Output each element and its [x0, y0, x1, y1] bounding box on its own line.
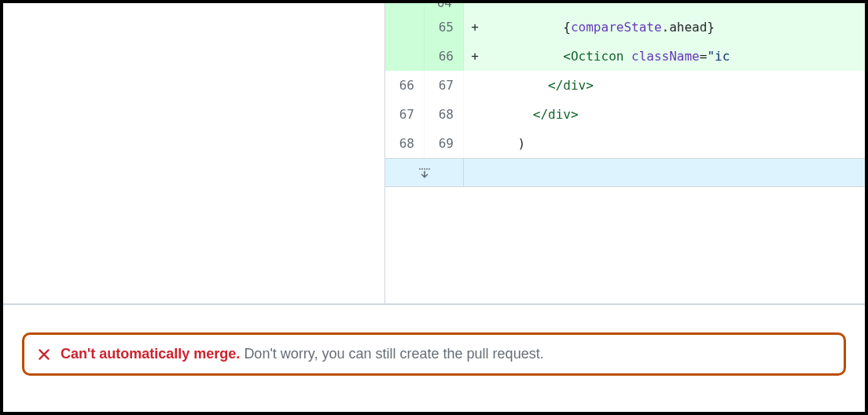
diff-marker: + — [464, 13, 486, 42]
diff-row-added: 65+ {compareState.ahead} — [385, 13, 865, 42]
code-content — [486, 3, 487, 13]
diff-row-added: 66+ <Octicon className="ic — [385, 42, 865, 71]
svg-point-3 — [426, 168, 428, 170]
line-number-old — [385, 3, 425, 13]
line-number-new: 66 — [425, 42, 464, 71]
diff-row-context: 6667 </div> — [385, 71, 865, 100]
expand-down-icon — [418, 167, 431, 179]
x-icon — [37, 347, 51, 362]
diff-marker — [464, 129, 486, 158]
expand-down-button[interactable] — [385, 159, 464, 186]
line-number-old: 67 — [385, 100, 425, 129]
merge-hint-text: Don't worry, you can still create the pu… — [244, 346, 543, 362]
line-number-old — [385, 42, 425, 71]
code-content: ) — [486, 129, 525, 158]
divider-space — [3, 304, 865, 332]
expand-hunk-row — [385, 158, 865, 187]
expand-hunk-blank — [464, 159, 865, 186]
svg-point-4 — [428, 168, 430, 170]
line-number-new: 67 — [425, 71, 464, 100]
left-panel — [3, 3, 385, 303]
diff-row-added: 64+ — [385, 3, 865, 13]
line-number-old: 68 — [385, 129, 425, 158]
merge-error-text: Can't automatically merge. — [61, 346, 240, 362]
diff-marker: + — [464, 3, 486, 13]
diff-panel: 64+65+ {compareState.ahead}66+ <Octicon … — [385, 3, 865, 303]
code-content: {compareState.ahead} — [486, 13, 715, 42]
svg-point-2 — [424, 168, 425, 170]
diff-row-context: 6869 ) — [385, 129, 865, 158]
diff-blank-area — [385, 187, 865, 266]
line-number-new: 68 — [425, 100, 464, 129]
line-number-new: 69 — [425, 129, 464, 158]
code-content: <Octicon className="ic — [486, 42, 730, 71]
svg-point-0 — [419, 168, 421, 170]
diff-marker — [464, 71, 486, 100]
line-number-new: 65 — [425, 13, 464, 42]
code-content: </div> — [486, 100, 579, 129]
svg-point-1 — [421, 168, 423, 170]
diff-marker — [464, 100, 486, 129]
content-area: 64+65+ {compareState.ahead}66+ <Octicon … — [3, 3, 865, 304]
line-number-old: 66 — [385, 71, 425, 100]
code-content: </div> — [486, 71, 594, 100]
line-number-new: 64 — [425, 3, 464, 13]
merge-status-alert: Can't automatically merge. Don't worry, … — [22, 332, 846, 376]
diff-row-context: 6768 </div> — [385, 100, 865, 129]
line-number-old — [385, 13, 425, 42]
diff-marker: + — [464, 42, 486, 71]
